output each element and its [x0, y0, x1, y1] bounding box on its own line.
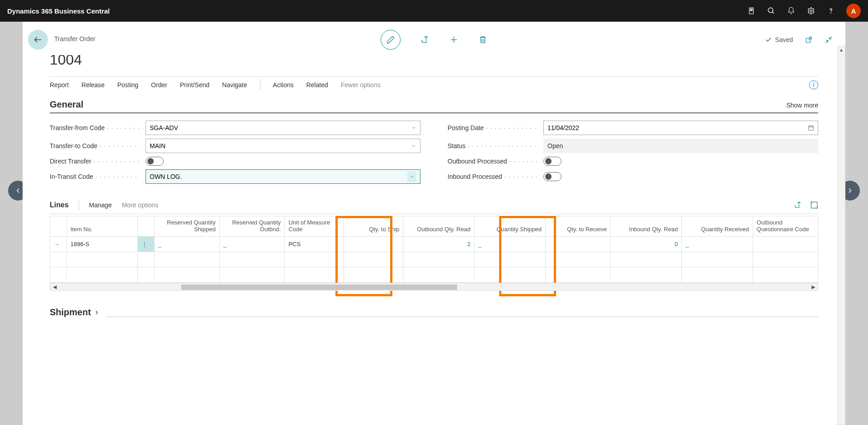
cell-inbound-qty-read[interactable]: 0: [611, 237, 682, 252]
cell-uom[interactable]: PCS: [285, 237, 344, 252]
cell-qty-received[interactable]: _: [682, 237, 753, 252]
top-bar: Dynamics 365 Business Central A: [0, 0, 868, 22]
back-button[interactable]: [28, 30, 48, 50]
general-title: General: [50, 99, 83, 110]
new-icon[interactable]: [449, 35, 458, 44]
transfer-from-code-input[interactable]: [150, 121, 407, 135]
col-item-no[interactable]: Item No.: [66, 216, 137, 237]
svg-line-17: [830, 37, 832, 39]
in-transit-code-field[interactable]: [146, 169, 420, 184]
inbound-processed-label: Inbound Processed: [448, 173, 538, 180]
environment-icon[interactable]: [747, 6, 756, 15]
posting-date-input[interactable]: [547, 121, 805, 135]
svg-line-16: [826, 41, 828, 43]
transfer-to-code-input[interactable]: [150, 139, 407, 153]
direct-transfer-toggle[interactable]: [146, 157, 164, 166]
svg-rect-18: [809, 126, 814, 130]
svg-rect-3: [750, 10, 751, 11]
cell-qty-to-receive[interactable]: [545, 237, 610, 252]
col-outbound-qty-read[interactable]: Outbound Qty. Read: [403, 216, 474, 237]
cell-qty-shipped[interactable]: _: [474, 237, 545, 252]
scroll-right-arrow[interactable]: ▶: [811, 284, 815, 290]
edit-button[interactable]: [381, 30, 401, 50]
search-icon[interactable]: [767, 6, 776, 15]
action-bar: Report Release Posting Order Print/Send …: [50, 76, 818, 95]
info-icon[interactable]: i: [809, 80, 818, 89]
chevron-down-icon: [407, 171, 416, 182]
svg-rect-1: [750, 9, 751, 10]
row-menu-icon[interactable]: ⋮: [138, 237, 155, 252]
transfer-to-code-field[interactable]: [146, 139, 420, 153]
lines-more-options[interactable]: More options: [122, 201, 158, 209]
posting-date-field[interactable]: [543, 121, 818, 135]
cell-outbound-questionnaire[interactable]: [753, 237, 818, 252]
transfer-from-code-label: Transfer-from Code: [50, 124, 140, 131]
general-section-header[interactable]: General Show more: [50, 95, 818, 113]
col-qty-received[interactable]: Quantity Received: [682, 216, 753, 237]
lines-expand-icon[interactable]: [810, 201, 818, 209]
notifications-icon[interactable]: [787, 6, 796, 15]
vertical-scrollbar[interactable]: ▲: [837, 46, 845, 425]
svg-point-8: [831, 13, 831, 13]
cell-item-no[interactable]: 1896-S: [66, 237, 137, 252]
calendar-icon[interactable]: [808, 125, 814, 131]
show-more-link[interactable]: Show more: [786, 102, 818, 109]
action-order[interactable]: Order: [151, 81, 167, 89]
col-outbound-questionnaire[interactable]: Outbound Questionnaire Code: [753, 216, 818, 237]
col-inbound-qty-read[interactable]: Inbound Qty. Read: [611, 216, 682, 237]
action-print-send[interactable]: Print/Send: [180, 81, 209, 89]
action-related[interactable]: Related: [306, 81, 328, 89]
help-icon[interactable]: [826, 6, 835, 15]
col-uom[interactable]: Unit of Measure Code: [285, 216, 344, 237]
svg-rect-2: [752, 9, 753, 10]
delete-icon[interactable]: [478, 35, 487, 44]
chevron-right-icon: [94, 309, 100, 316]
scroll-thumb[interactable]: [181, 285, 457, 290]
cell-res-qty-outbnd[interactable]: _: [219, 237, 284, 252]
col-qty-to-ship[interactable]: Qty. to Ship: [344, 216, 403, 237]
shipment-section-header[interactable]: Shipment: [50, 291, 818, 318]
table-row[interactable]: → 1896-S ⋮ _ _ PCS 2 _ 0 _: [50, 237, 818, 252]
status-field: Open: [543, 139, 818, 153]
avatar[interactable]: A: [846, 4, 861, 18]
scroll-left-arrow[interactable]: ◀: [53, 284, 57, 290]
lines-share-icon[interactable]: [794, 201, 802, 209]
action-release[interactable]: Release: [81, 81, 104, 89]
cell-qty-to-ship[interactable]: [344, 237, 403, 252]
col-qty-shipped[interactable]: Quantity Shipped: [474, 216, 545, 237]
settings-icon[interactable]: [807, 6, 816, 15]
lines-manage[interactable]: Manage: [89, 201, 112, 209]
saved-label: Saved: [775, 36, 793, 43]
outbound-processed-label: Outbound Processed: [448, 158, 538, 165]
posting-date-label: Posting Date: [448, 124, 538, 131]
collapse-icon[interactable]: [825, 36, 833, 44]
chevron-down-icon: [411, 143, 416, 149]
lines-table: Item No. Reserved Quantity Shipped Reser…: [50, 216, 818, 283]
page-card: ▲ Transfer Order Saved 1004 Report Relea…: [23, 22, 845, 425]
action-actions[interactable]: Actions: [273, 81, 294, 89]
in-transit-code-label: In-Transit Code: [50, 173, 140, 180]
action-posting[interactable]: Posting: [117, 81, 138, 89]
col-res-qty-shipped[interactable]: Reserved Quantity Shipped: [154, 216, 219, 237]
svg-line-6: [772, 12, 774, 14]
app-title: Dynamics 365 Business Central: [7, 7, 110, 15]
share-icon[interactable]: [420, 35, 429, 44]
cell-outbound-qty-read[interactable]: 2: [403, 237, 474, 252]
horizontal-scrollbar[interactable]: ◀ ▶: [50, 283, 818, 291]
in-transit-code-input[interactable]: [150, 170, 407, 183]
inbound-processed-toggle[interactable]: [543, 172, 561, 181]
cell-res-qty-shipped[interactable]: _: [154, 237, 219, 252]
transfer-from-code-field[interactable]: [146, 121, 420, 135]
action-report[interactable]: Report: [50, 81, 69, 89]
action-navigate[interactable]: Navigate: [222, 81, 247, 89]
svg-rect-0: [750, 8, 754, 14]
col-res-qty-outbnd[interactable]: Reserved Quantity Outbnd.: [219, 216, 284, 237]
row-select-arrow[interactable]: →: [50, 237, 67, 252]
action-fewer-options[interactable]: Fewer options: [341, 81, 381, 89]
svg-rect-22: [811, 202, 817, 208]
svg-rect-4: [752, 10, 753, 11]
chevron-down-icon: [411, 125, 416, 131]
popout-icon[interactable]: [805, 36, 813, 44]
col-qty-to-receive[interactable]: Qty. to Receive: [545, 216, 610, 237]
outbound-processed-toggle[interactable]: [543, 157, 561, 166]
